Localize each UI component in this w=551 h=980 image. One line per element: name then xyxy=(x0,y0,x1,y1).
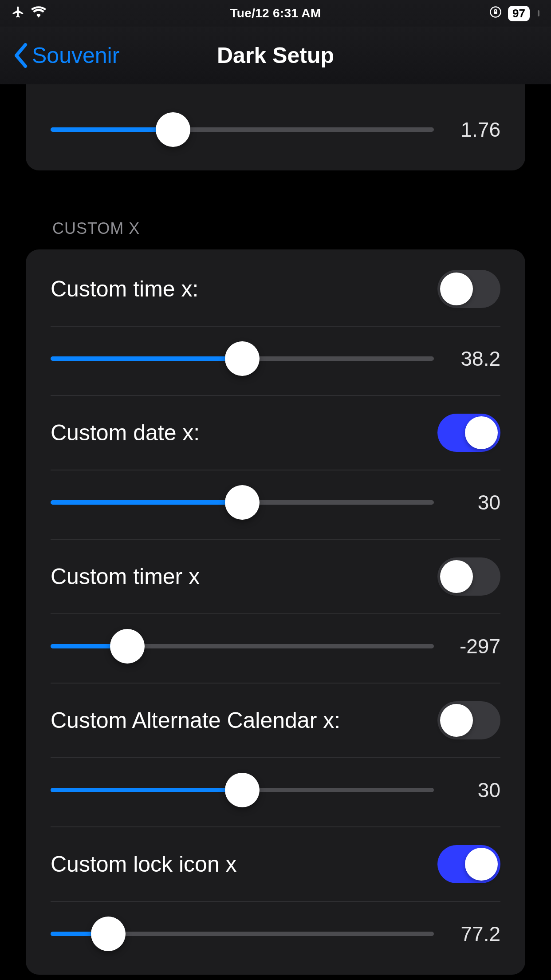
setting-label: Custom Alternate Calendar x: xyxy=(51,707,340,733)
setting-switch[interactable] xyxy=(437,414,500,452)
top-slider[interactable] xyxy=(51,112,434,147)
airplane-icon xyxy=(12,5,25,22)
setting-slider-row: 38.2 xyxy=(51,327,500,396)
setting-label: Custom timer x xyxy=(51,564,200,589)
setting-row: Custom time x: xyxy=(51,249,500,327)
setting-label: Custom time x: xyxy=(51,276,198,302)
svg-rect-1 xyxy=(494,11,497,14)
battery-badge: 97 xyxy=(508,6,530,21)
status-bar: Tue/12 6:31 AM 97 xyxy=(0,0,551,27)
setting-slider-value: 30 xyxy=(447,778,500,802)
setting-row: Custom date x: xyxy=(51,396,500,470)
setting-slider-value: 30 xyxy=(447,490,500,514)
setting-row: Custom lock icon x xyxy=(51,827,500,902)
status-time: Tue/12 6:31 AM xyxy=(230,6,321,20)
back-label: Souvenir xyxy=(32,43,119,68)
setting-slider-value: 77.2 xyxy=(447,922,500,946)
battery-nub-icon xyxy=(538,10,539,16)
section-header-custom-x: CUSTOM X xyxy=(52,219,525,238)
setting-slider[interactable] xyxy=(51,772,434,808)
setting-slider-row: -297 xyxy=(51,614,500,684)
setting-slider-value: 38.2 xyxy=(447,347,500,371)
setting-switch[interactable] xyxy=(437,270,500,308)
back-button[interactable]: Souvenir xyxy=(13,43,119,68)
chevron-left-icon xyxy=(13,43,29,68)
top-slider-value: 1.76 xyxy=(447,118,500,142)
setting-switch[interactable] xyxy=(437,701,500,739)
setting-slider-value: -297 xyxy=(447,634,500,658)
setting-label: Custom date x: xyxy=(51,420,200,446)
setting-label: Custom lock icon x xyxy=(51,851,237,877)
page-title: Dark Setup xyxy=(217,43,334,68)
setting-switch[interactable] xyxy=(437,845,500,883)
content-scroll[interactable]: 1.76 CUSTOM X Custom time x:38.2Custom d… xyxy=(0,84,551,980)
setting-row: Custom timer x xyxy=(51,540,500,614)
nav-bar: Souvenir Dark Setup xyxy=(0,27,551,84)
setting-slider[interactable] xyxy=(51,341,434,376)
setting-slider-row: 30 xyxy=(51,758,500,827)
setting-slider-row: 30 xyxy=(51,470,500,540)
wifi-icon xyxy=(31,6,46,21)
orientation-lock-icon xyxy=(489,6,502,21)
setting-slider-row: 77.2 xyxy=(51,902,500,975)
setting-slider[interactable] xyxy=(51,628,434,664)
setting-row: Custom Alternate Calendar x: xyxy=(51,684,500,758)
group-top-partial: 1.76 xyxy=(26,84,525,170)
setting-slider[interactable] xyxy=(51,485,434,520)
setting-switch[interactable] xyxy=(437,557,500,596)
group-custom-x: Custom time x:38.2Custom date x:30Custom… xyxy=(26,249,525,975)
setting-slider[interactable] xyxy=(51,916,434,952)
